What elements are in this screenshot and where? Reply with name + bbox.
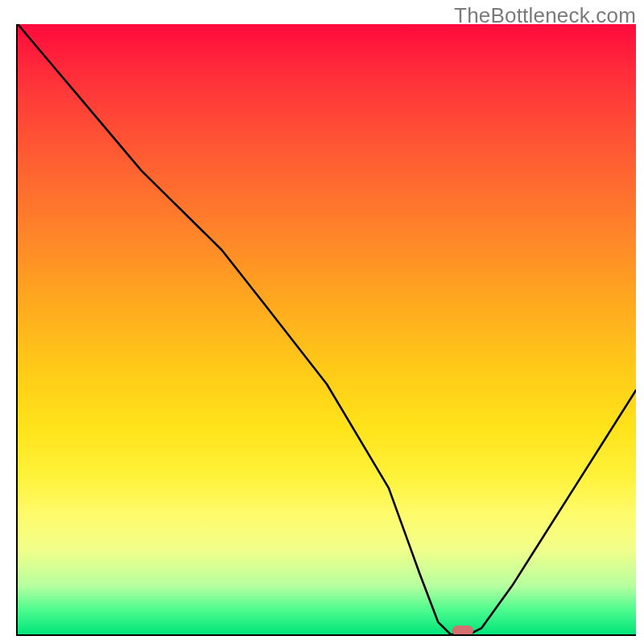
optimum-marker — [452, 625, 473, 634]
curve-layer — [18, 24, 636, 634]
plot-area — [16, 24, 636, 636]
bottleneck-curve — [18, 24, 636, 634]
bottleneck-chart: TheBottleneck.com — [0, 0, 644, 644]
watermark-text: TheBottleneck.com — [454, 3, 636, 28]
